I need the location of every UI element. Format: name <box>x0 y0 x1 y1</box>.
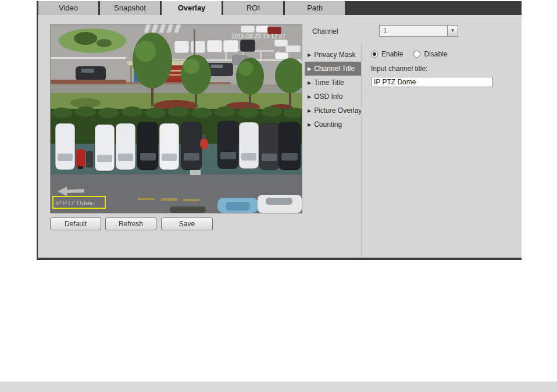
tab-path[interactable]: Path <box>285 1 345 15</box>
enable-radio-group: Enable Disable <box>371 50 458 58</box>
refresh-button[interactable]: Refresh <box>105 218 156 230</box>
video-scene: 2015-08-23 13:12:27 IP PTZ Dome Title <box>51 24 302 213</box>
tab-overlay[interactable]: Overlay <box>162 1 222 16</box>
tab-video[interactable]: Video <box>38 1 98 15</box>
input-channel-title-label: Input channel title: <box>371 65 427 73</box>
tab-bar: Video Snapshot Overlay ROI Path <box>37 1 522 15</box>
channel-label: Channel <box>312 27 338 35</box>
triangle-right-icon: ▶ <box>308 52 311 58</box>
tab-roi[interactable]: ROI <box>223 1 283 15</box>
timestamp-overlay: 2015-08-23 13:12:27 <box>231 33 285 40</box>
sidebar-item-picture-overlay[interactable]: ▶Picture Overlay <box>305 104 361 117</box>
tab-snapshot[interactable]: Snapshot <box>100 1 160 15</box>
triangle-right-icon: ▶ <box>308 94 311 99</box>
chevron-down-icon[interactable]: ▼ <box>447 26 458 36</box>
triangle-right-icon: ▶ <box>308 66 311 72</box>
sidebar-item-channel-title[interactable]: ▶Channel Title <box>305 62 361 76</box>
overlay-panel: 2015-08-23 13:12:27 IP PTZ Dome Title De… <box>37 15 522 260</box>
triangle-right-icon: ▶ <box>308 108 311 113</box>
vertical-divider <box>361 44 362 256</box>
save-button[interactable]: Save <box>161 218 213 230</box>
disable-radio-label[interactable]: Disable <box>424 50 447 58</box>
video-preview: 2015-08-23 13:12:27 IP PTZ Dome Title <box>50 24 302 213</box>
channel-title-ghost-text: Title <box>83 199 94 206</box>
enable-radio[interactable] <box>371 51 378 58</box>
default-button[interactable]: Default <box>50 218 101 230</box>
channel-dropdown-value: 1 <box>380 26 447 36</box>
sidebar-item-osd-info[interactable]: ▶OSD Info <box>305 90 361 104</box>
sidebar-item-counting[interactable]: ▶Counting <box>305 117 361 131</box>
sidebar-item-privacy-mask[interactable]: ▶Privacy Mask <box>305 48 361 62</box>
disable-radio[interactable] <box>413 51 420 58</box>
channel-dropdown[interactable]: 1 ▼ <box>379 25 458 37</box>
triangle-right-icon: ▶ <box>308 80 311 85</box>
enable-radio-label[interactable]: Enable <box>381 50 403 58</box>
camera-settings-page: Video Snapshot Overlay ROI Path <box>0 0 557 392</box>
channel-title-input[interactable] <box>371 77 493 87</box>
triangle-right-icon: ▶ <box>308 122 311 127</box>
overlay-sidemenu: ▶Privacy Mask ▶Channel Title ▶Time Title… <box>305 48 361 131</box>
sidebar-item-time-title[interactable]: ▶Time Title <box>305 76 361 90</box>
footer-bar <box>0 382 557 392</box>
